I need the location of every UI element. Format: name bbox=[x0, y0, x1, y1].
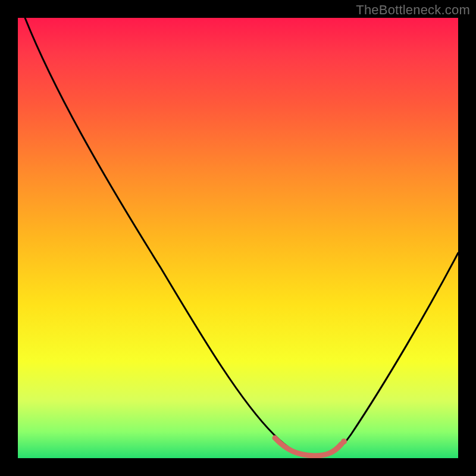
curve-layer bbox=[18, 18, 458, 458]
plot-area bbox=[18, 18, 458, 458]
watermark-text: TheBottleneck.com bbox=[356, 2, 470, 18]
highlight-end-dot bbox=[341, 439, 347, 444]
bottleneck-curve bbox=[25, 18, 458, 456]
highlight-band bbox=[275, 438, 342, 456]
chart-frame: TheBottleneck.com bbox=[0, 0, 476, 476]
